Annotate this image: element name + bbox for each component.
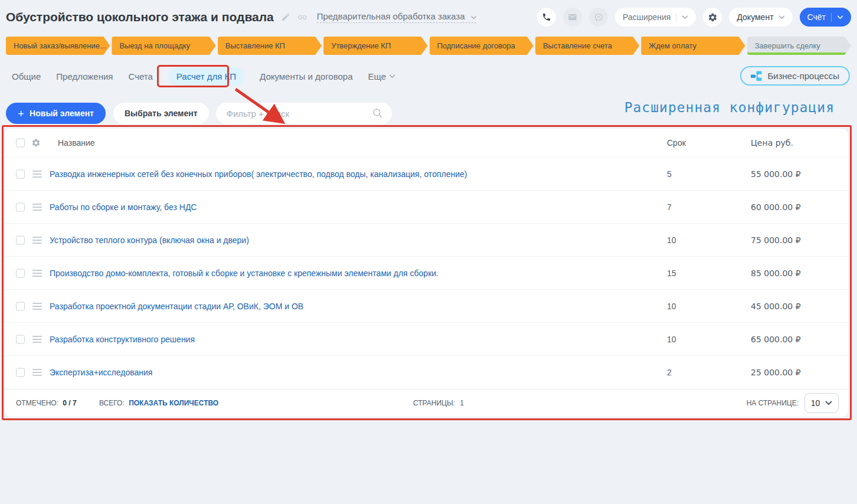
tab[interactable]: Документы и договора: [260, 71, 352, 81]
pipeline-stage[interactable]: Ждем оплату: [641, 37, 745, 55]
tab-label: Счета: [128, 71, 152, 81]
table-row: Устройство теплого контура (включая окна…: [5, 223, 848, 256]
row-checkbox[interactable]: [16, 335, 25, 343]
link-icon[interactable]: [297, 12, 308, 22]
pencil-icon[interactable]: [281, 12, 290, 22]
item-price: 65 000.00 ₽: [751, 335, 801, 344]
item-name-link[interactable]: Разработка конструктивного решения: [50, 335, 624, 344]
row-checkbox[interactable]: [16, 368, 25, 377]
hamburger-icon[interactable]: [32, 171, 42, 178]
tab[interactable]: Расчет для КП: [168, 67, 244, 86]
column-header-name[interactable]: Название: [58, 138, 95, 148]
pipeline-stage[interactable]: Утверждение КП: [323, 37, 427, 55]
new-item-button[interactable]: + Новый элемент: [6, 103, 106, 124]
tab-label: Еще: [368, 71, 387, 81]
item-price: 60 000.00 ₽: [751, 202, 801, 212]
stage-label: Выставление КП: [225, 41, 285, 50]
show-count-link[interactable]: ПОКАЗАТЬ КОЛИЧЕСТВО: [129, 399, 218, 407]
search-input[interactable]: [216, 103, 392, 124]
flowchart-icon: [751, 71, 762, 81]
item-name-link[interactable]: Работы по сборке и монтажу, без НДС: [50, 202, 624, 212]
pipeline-stage[interactable]: Выставление КП: [218, 37, 322, 55]
row-checkbox[interactable]: [16, 235, 25, 244]
hamburger-icon[interactable]: [32, 204, 42, 211]
item-price: 75 000.00 ₽: [751, 235, 801, 245]
settings-button[interactable]: [703, 8, 722, 27]
hamburger-icon[interactable]: [32, 270, 42, 277]
table-row: Работы по сборке и монтажу, без НДС 7 60…: [5, 190, 848, 223]
business-processes-button[interactable]: Бизнес-процессы: [740, 66, 850, 86]
plus-icon: +: [18, 108, 24, 119]
pipeline-stage[interactable]: Завершить сделку: [747, 37, 851, 55]
tab[interactable]: Общие: [12, 71, 41, 81]
pages-value: 1: [460, 399, 464, 407]
item-term: 10: [667, 335, 676, 344]
items-grid: Название Срок Цена руб. Разводка инженер…: [5, 129, 848, 417]
stage-label: Утверждение КП: [331, 41, 391, 50]
item-name-link[interactable]: Разводка инженерных сетей без конечных п…: [50, 169, 624, 179]
column-header-price[interactable]: Цена руб.: [751, 138, 793, 148]
tab[interactable]: Счета: [128, 71, 152, 81]
per-page-select[interactable]: 10: [804, 393, 839, 413]
item-term: 10: [667, 235, 676, 245]
extensions-button[interactable]: Расширения: [615, 8, 696, 27]
hamburger-icon[interactable]: [32, 369, 42, 376]
document-button[interactable]: Документ: [729, 8, 792, 27]
column-header-term[interactable]: Срок: [667, 138, 686, 148]
stage-label: Завершить сделку: [755, 41, 820, 50]
tab-label: Предложения: [56, 71, 113, 81]
checked-label: ОТМЕЧЕНО:: [16, 399, 58, 407]
speech-bubble-icon: [594, 12, 604, 22]
call-button[interactable]: [537, 8, 556, 27]
table-row: Производство домо-комплекта, готовый к с…: [5, 256, 848, 289]
tab[interactable]: Еще: [368, 71, 396, 81]
item-price: 55 000.00 ₽: [751, 169, 801, 179]
item-name-link[interactable]: Разработка проектной документации стадии…: [50, 302, 624, 311]
table-row: Разводка инженерных сетей без конечных п…: [5, 157, 848, 190]
stage-label: Подписание договора: [437, 41, 515, 50]
stage-label: Выставление счета: [543, 41, 612, 50]
chevron-down-icon: [837, 15, 843, 19]
order-stage-link[interactable]: Предварительная обработка заказа: [317, 11, 476, 23]
pipeline-stage[interactable]: Подписание договора: [430, 37, 534, 55]
pipeline-stage[interactable]: Выставление счета: [535, 37, 639, 55]
chevron-down-icon: [779, 15, 785, 19]
select-item-button[interactable]: Выбрать элемент: [113, 103, 209, 124]
deal-pipeline: Новый заказ/выявление... Выезд на площад…: [6, 37, 851, 55]
page-title: Обустройство цокольного этажа и подвала: [6, 10, 274, 24]
hamburger-icon[interactable]: [32, 237, 42, 244]
row-checkbox[interactable]: [16, 302, 25, 310]
row-checkbox[interactable]: [16, 269, 25, 277]
phone-icon: [542, 12, 551, 22]
item-term: 2: [667, 368, 672, 377]
stage-label: Новый заказ/выявление...: [14, 41, 106, 50]
item-name-link[interactable]: Устройство теплого контура (включая окна…: [50, 235, 624, 245]
invoice-button[interactable]: Счёт: [800, 8, 851, 27]
chevron-down-icon: [825, 401, 832, 405]
deal-tabs: Общие Предложения Счета Расчет для КП До…: [6, 66, 851, 87]
pages-label: СТРАНИЦЫ:: [413, 399, 455, 407]
header-toolbar: Расширения Документ Счёт: [537, 8, 851, 27]
item-name-link[interactable]: Производство домо-комплекта, готовый к с…: [50, 269, 624, 278]
advanced-configuration-watermark: Расширенная конфигурация: [624, 100, 835, 115]
magnifier-icon[interactable]: [372, 107, 384, 119]
table-row: Разработка проектной документации стадии…: [5, 289, 848, 322]
pipeline-stage[interactable]: Выезд на площадку: [112, 37, 215, 55]
row-checkbox[interactable]: [16, 169, 25, 178]
hamburger-icon[interactable]: [32, 303, 42, 310]
row-checkbox[interactable]: [16, 202, 25, 211]
hamburger-icon[interactable]: [32, 336, 42, 343]
chevron-down-icon: [471, 11, 476, 21]
gear-icon: [708, 12, 718, 22]
grid-settings-gear-icon[interactable]: [31, 138, 41, 148]
pipeline-stage[interactable]: Новый заказ/выявление...: [6, 37, 110, 55]
chat-button[interactable]: [589, 8, 608, 27]
mail-button[interactable]: [563, 8, 582, 27]
deal-header: Обустройство цокольного этажа и подвала …: [6, 0, 851, 34]
item-term: 15: [667, 269, 676, 278]
item-term: 10: [667, 302, 676, 311]
tab[interactable]: Предложения: [56, 71, 113, 81]
item-name-link[interactable]: Экспертиза+исследования: [50, 368, 624, 377]
tab-label: Общие: [12, 71, 41, 81]
select-all-checkbox[interactable]: [16, 139, 25, 148]
